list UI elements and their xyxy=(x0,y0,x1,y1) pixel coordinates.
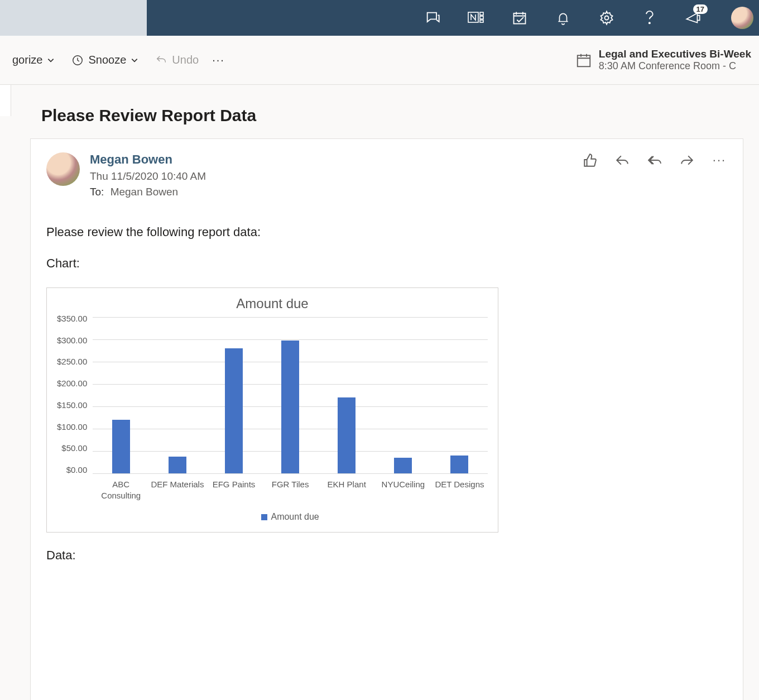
chevron-down-icon xyxy=(47,56,55,64)
feedback-badge: 17 xyxy=(693,4,708,14)
suite-icons: 17 xyxy=(411,0,759,36)
body-data-label: Data: xyxy=(46,548,727,563)
todo-icon[interactable] xyxy=(498,0,541,36)
x-tick-label: NYUCeiling xyxy=(376,479,430,501)
command-bar: gorize Snooze Undo ··· Legal and Executi… xyxy=(0,36,759,85)
chart-bar xyxy=(169,457,186,473)
sender-avatar[interactable] xyxy=(46,152,80,186)
onenote-icon[interactable] xyxy=(454,0,498,36)
svg-rect-3 xyxy=(480,20,483,22)
help-icon[interactable] xyxy=(628,0,672,36)
undo-button[interactable]: Undo xyxy=(148,49,205,71)
embedded-chart: Amount due $350.00$300.00$250.00$200.00$… xyxy=(46,287,498,533)
chevron-down-icon xyxy=(131,56,138,64)
snooze-label: Snooze xyxy=(88,54,126,66)
chart-bar xyxy=(338,397,356,473)
settings-icon[interactable] xyxy=(585,0,628,36)
like-button[interactable] xyxy=(582,152,598,168)
sender-name[interactable]: Megan Bowen xyxy=(90,152,572,167)
categorize-button[interactable]: gorize xyxy=(6,49,61,71)
account-avatar[interactable] xyxy=(715,0,759,36)
more-message-actions[interactable]: ··· xyxy=(712,152,727,168)
search-input[interactable] xyxy=(0,0,147,36)
calendar-peek-subtitle: 8:30 AM Conference Room - C xyxy=(599,60,751,72)
message-body: Please review the following report data:… xyxy=(46,225,727,563)
chart-bar xyxy=(394,458,412,473)
reply-all-button[interactable] xyxy=(647,152,662,168)
x-tick-label: EKH Plant xyxy=(320,479,373,501)
calendar-icon xyxy=(575,52,592,69)
sent-timestamp: Thu 11/5/2020 10:40 AM xyxy=(90,170,572,183)
svg-point-6 xyxy=(649,22,650,23)
svg-point-5 xyxy=(605,16,609,20)
notifications-icon[interactable] xyxy=(541,0,585,36)
suite-bar: 17 xyxy=(0,0,759,36)
feedback-icon[interactable]: 17 xyxy=(672,0,715,36)
undo-label: Undo xyxy=(172,54,199,66)
forward-button[interactable] xyxy=(679,152,695,168)
more-actions-button[interactable]: ··· xyxy=(205,49,232,71)
calendar-peek[interactable]: Legal and Executives Bi-Week 8:30 AM Con… xyxy=(575,48,753,72)
svg-rect-2 xyxy=(480,16,483,19)
legend-swatch xyxy=(261,514,267,520)
to-recipients[interactable]: Megan Bowen xyxy=(111,186,178,198)
svg-rect-4 xyxy=(514,13,526,24)
clock-icon xyxy=(71,54,84,66)
svg-rect-8 xyxy=(578,55,590,66)
body-chart-label: Chart: xyxy=(46,256,727,271)
x-tick-label: DEF Materials xyxy=(151,479,204,501)
chart-bar xyxy=(450,456,468,473)
svg-rect-1 xyxy=(480,12,483,15)
to-label: To: xyxy=(90,186,104,198)
message-actions: ··· xyxy=(582,152,727,168)
x-tick-label: EFG Paints xyxy=(207,479,261,501)
legend-label: Amount due xyxy=(271,512,319,521)
chart-title: Amount due xyxy=(57,296,488,311)
reading-pane: Megan Bowen Thu 11/5/2020 10:40 AM To: M… xyxy=(30,138,743,700)
reply-button[interactable] xyxy=(614,152,630,168)
chart-bar xyxy=(225,348,243,473)
chart-y-axis: $350.00$300.00$250.00$200.00$150.00$100.… xyxy=(57,317,93,478)
snooze-button[interactable]: Snooze xyxy=(65,49,145,71)
chart-legend: Amount due xyxy=(93,512,488,522)
teams-chat-icon[interactable] xyxy=(411,0,454,36)
x-tick-label: DET Designs xyxy=(433,479,486,501)
x-tick-label: ABC Consulting xyxy=(94,479,148,501)
chart-bars xyxy=(93,317,488,473)
chart-x-axis: ABC ConsultingDEF MaterialsEFG PaintsFGR… xyxy=(93,479,488,501)
chart-bar xyxy=(281,341,299,473)
chart-bar xyxy=(112,420,130,473)
calendar-peek-title: Legal and Executives Bi-Week xyxy=(599,48,751,60)
folder-pane-edge xyxy=(0,85,11,116)
body-intro: Please review the following report data: xyxy=(46,225,727,239)
undo-icon xyxy=(155,54,167,66)
message-subject: Please Review Report Data xyxy=(11,85,759,138)
categorize-label: gorize xyxy=(12,54,42,66)
x-tick-label: FGR Tiles xyxy=(263,479,317,501)
